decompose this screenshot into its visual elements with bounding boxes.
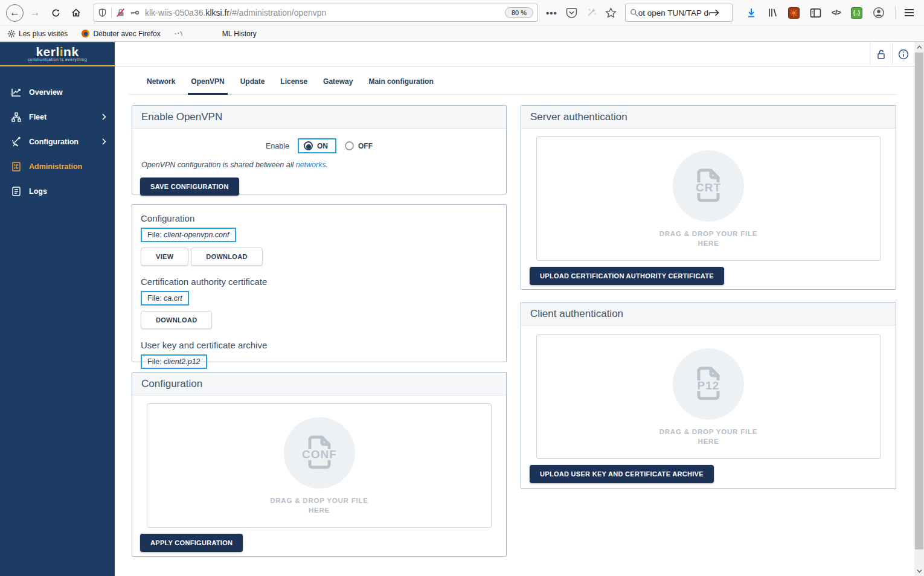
client-authentication-panel: Client authentication P12 DRAG & DROP YO… xyxy=(521,302,896,489)
tab-update[interactable]: Update xyxy=(233,77,273,94)
sidebar-menu: Overview Fleet Configuration Administrat… xyxy=(0,80,115,203)
radio-on[interactable] xyxy=(304,141,313,150)
download-config-button[interactable]: DOWNLOAD xyxy=(191,248,262,266)
radio-on-label: ON xyxy=(317,142,328,150)
upload-user-key-button[interactable]: UPLOAD USER KEY AND CERTIFICATE ARCHIVE xyxy=(530,465,714,483)
doodle-favicon xyxy=(174,30,184,38)
page-actions-menu-icon[interactable]: ••• xyxy=(546,8,557,18)
sidebar-toggle-icon[interactable] xyxy=(810,8,821,18)
session-lock-button[interactable] xyxy=(870,42,892,66)
bookmark-ml-history[interactable]: ML History xyxy=(222,30,257,38)
conf-dropzone[interactable]: CONF DRAG & DROP YOUR FILE HERE xyxy=(147,403,492,528)
view-button[interactable]: VIEW xyxy=(141,248,188,266)
bookmark-most-visited[interactable]: Les plus visités xyxy=(7,30,68,38)
toolbar-extension-icons: </> {..} xyxy=(746,7,885,19)
radio-off[interactable] xyxy=(345,141,354,150)
sidebar-item-configuration[interactable]: Configuration xyxy=(0,129,115,154)
url-domain: klksi.fr xyxy=(205,8,229,18)
crt-dropzone[interactable]: CRT DRAG & DROP YOUR FILE HERE xyxy=(536,136,881,261)
tab-network[interactable]: Network xyxy=(139,77,183,94)
server-authentication-panel: Server authentication CRT DRAG & DROP YO… xyxy=(521,105,896,290)
tab-openvpn[interactable]: OpenVPN xyxy=(183,77,232,94)
scroll-up-arrow[interactable] xyxy=(914,42,924,52)
ca-cert-actions: DOWNLOAD xyxy=(141,311,498,329)
library-icon[interactable] xyxy=(767,7,778,18)
sidebar-item-logs[interactable]: Logs xyxy=(0,179,115,203)
radio-option-off[interactable]: OFF xyxy=(345,141,373,150)
sidebar-item-label: Administration xyxy=(29,162,106,171)
page-scrollbar[interactable] xyxy=(914,42,924,576)
url-text[interactable]: klk-wiis-050a36.klksi.fr/#/administratio… xyxy=(145,8,500,18)
info-button[interactable] xyxy=(892,42,914,66)
sidebar-item-overview[interactable]: Overview xyxy=(0,80,115,104)
p12-file-icon-circle: P12 xyxy=(673,348,744,420)
bookmark-doodle[interactable] xyxy=(174,30,184,38)
bookmark-get-started-firefox[interactable]: Débuter avec Firefox xyxy=(81,29,160,38)
menu-button[interactable] xyxy=(905,9,914,16)
search-bar[interactable] xyxy=(625,4,733,22)
config-file-chip[interactable]: File: client-openvpn.conf xyxy=(141,228,236,242)
networks-link[interactable]: networks xyxy=(296,161,326,169)
pocket-icon[interactable] xyxy=(566,7,577,18)
administration-building-icon xyxy=(11,161,22,172)
chevron-right-icon xyxy=(102,138,106,145)
save-configuration-button[interactable]: SAVE CONFIGURATION xyxy=(140,178,239,196)
reload-button[interactable] xyxy=(47,4,65,22)
extension-green-icon[interactable]: {..} xyxy=(851,7,862,19)
extension-orange-icon[interactable] xyxy=(788,7,800,19)
ca-cert-file-chip[interactable]: File: ca.crt xyxy=(141,291,189,306)
downloads-icon[interactable] xyxy=(746,7,757,18)
radio-option-on[interactable]: ON xyxy=(298,138,336,153)
url-bar[interactable]: klk-wiis-050a36.klksi.fr/#/administratio… xyxy=(94,4,537,22)
code-tools-icon[interactable]: </> xyxy=(832,8,841,17)
tab-license[interactable]: License xyxy=(272,77,315,94)
account-icon[interactable] xyxy=(873,7,885,19)
radio-off-label: OFF xyxy=(358,142,373,150)
sparkle-wand-icon[interactable] xyxy=(586,7,597,18)
kerlink-logo[interactable]: kerlink communication is everything xyxy=(0,42,115,66)
download-ca-cert-button[interactable]: DOWNLOAD xyxy=(141,311,212,329)
sidebar-item-label: Logs xyxy=(29,187,106,196)
scroll-down-arrow[interactable] xyxy=(914,566,924,576)
scrollbar-thumb[interactable] xyxy=(915,53,923,549)
bookmark-label: Débuter avec Firefox xyxy=(93,30,160,38)
admin-tabbar: Network OpenVPN Update License Gateway M… xyxy=(129,66,896,95)
toolbar-separator xyxy=(895,6,896,19)
config-section-title: Configuration xyxy=(141,213,498,223)
sidebar-item-administration[interactable]: Administration xyxy=(0,154,115,179)
forward-button[interactable]: → xyxy=(26,4,44,22)
sidebar-item-fleet[interactable]: Fleet xyxy=(0,104,115,129)
user-key-file-chip[interactable]: File: client2.p12 xyxy=(141,354,207,369)
insecure-lock-icon[interactable] xyxy=(116,8,126,18)
search-icon xyxy=(630,8,638,17)
upload-ca-certificate-button[interactable]: UPLOAD CERTIFICATION AUTHORITY CERTIFICA… xyxy=(530,267,724,285)
home-icon xyxy=(71,8,81,18)
configuration-upload-panel: Configuration CONF DRAG & DROP YOUR FILE… xyxy=(132,372,507,557)
panel-title: Configuration xyxy=(132,373,506,395)
enable-openvpn-panel: Enable OpenVPN Enable ON OFF OpenVPN con… xyxy=(132,105,507,194)
p12-file-icon: P12 xyxy=(685,366,731,402)
bookmarks-bar: Les plus visités Débuter avec Firefox ML… xyxy=(0,25,924,42)
key-icon[interactable] xyxy=(129,8,140,18)
dropzone-caption: DRAG & DROP YOUR FILE HERE xyxy=(147,496,491,515)
back-button[interactable]: ← xyxy=(6,4,24,22)
search-input[interactable] xyxy=(638,8,710,18)
sidebar-item-label: Fleet xyxy=(29,113,102,121)
sidebar-item-label: Configuration xyxy=(29,138,102,146)
url-subdomain: klk-wiis-050a36. xyxy=(145,8,205,18)
url-path: /#/administration/openvpn xyxy=(229,8,326,18)
unlock-icon xyxy=(876,49,886,60)
tab-main-configuration[interactable]: Main configuration xyxy=(361,77,441,94)
zoom-level-badge[interactable]: 80 % xyxy=(505,7,533,18)
bookmark-star-icon[interactable] xyxy=(605,7,617,19)
logo-text: kerlink xyxy=(36,46,79,57)
tab-gateway[interactable]: Gateway xyxy=(315,77,361,94)
search-go-arrow-icon[interactable] xyxy=(710,8,720,17)
p12-dropzone[interactable]: P12 DRAG & DROP YOUR FILE HERE xyxy=(536,334,881,459)
tracking-shield-icon[interactable] xyxy=(98,8,107,18)
shared-networks-note: OpenVPN configuration is shared between … xyxy=(141,161,497,169)
home-button[interactable] xyxy=(67,4,85,22)
enable-label: Enable xyxy=(266,142,289,150)
ca-cert-section-title: Certification authority certificate xyxy=(141,277,498,287)
apply-configuration-button[interactable]: APPLY CONFIGURATION xyxy=(140,534,243,552)
